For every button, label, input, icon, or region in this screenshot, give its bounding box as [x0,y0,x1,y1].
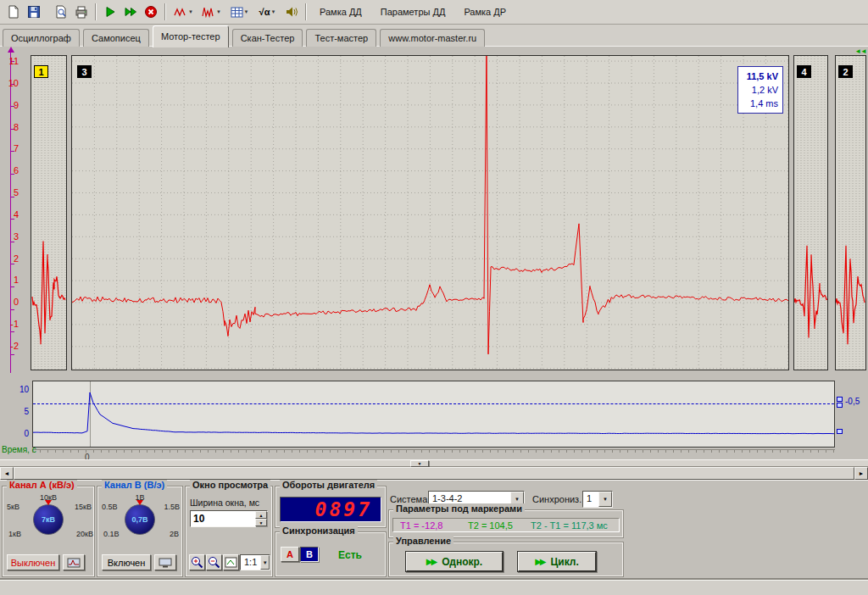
fast-start-button[interactable] [120,3,141,21]
start-button[interactable] [100,3,120,21]
info-burn-ms: 1,4 ms [743,97,778,110]
scrollbar-thumb[interactable] [14,467,854,480]
knob-scale-label: 20кВ [76,530,93,538]
scope-panel-main[interactable]: 3 11,5 kV 1,2 kV 1,4 ms [71,55,789,370]
overview-chart[interactable] [32,381,835,448]
y-axis-arrow-icon [8,47,14,53]
scope-panel-cyl1[interactable]: 1 [31,55,67,370]
spin-up-button[interactable]: ▲ [255,511,267,519]
tab-recorder[interactable]: Самописец [83,29,149,47]
time-axis-label: Время, с [2,445,36,454]
zoom-ratio-combo[interactable]: 1:1 ▼ [240,554,270,570]
tab-oscilloscope[interactable]: Осциллограф [3,29,80,47]
channel-b-range-knob[interactable]: 0,7В [125,504,155,535]
spin-down-button[interactable]: ▼ [255,519,267,526]
waveform-cyl4 [794,56,827,370]
speaker-icon [285,5,298,19]
channel-a-range-knob[interactable]: 7кВ [33,504,64,535]
collapse-icon: ▼ [418,461,422,466]
fit-view-button[interactable] [223,554,239,570]
play-double-icon: ▶▶ [535,557,544,566]
overview-chart-section: 10 5 0 -0,5 Время, с 0 [0,378,868,459]
knob-scale-label: 0.1В [103,530,120,538]
window-width-field-area: ▲ ▼ [190,510,268,527]
y-axis-value: -1 [0,320,20,329]
measurement-info-box: 11,5 kV 1,2 kV 1,4 ms [737,66,783,114]
cycle-run-label: Цикл. [551,556,579,568]
scope-panel-cyl2[interactable]: 2 [835,55,866,370]
overview-y-label: 0 [15,429,29,438]
markers-strip: Т1 = -12,8 Т2 = 104,5 Т2 - Т1 = 117,3 мс [392,518,620,532]
scroll-left-button[interactable]: ◄ [0,467,14,480]
tab-website[interactable]: www.motor-master.ru [380,29,485,47]
markers-group: Параметры под маркерами Т1 = -12,8 Т2 = … [388,509,624,538]
window-width-input[interactable] [191,511,255,526]
sync-select-combo[interactable]: 1 ▼ [582,491,613,508]
run-control-title: Управление [393,536,453,546]
print-button[interactable] [71,3,92,21]
print-preview-button[interactable] [51,3,71,21]
threshold-handle[interactable] [837,403,843,408]
toolbar-separator [95,3,97,20]
table-view-button[interactable]: ▼ [225,3,253,21]
cycle-run-button[interactable]: ▶▶ Цикл. [518,552,596,571]
y-axis-value: 7 [0,144,20,153]
sync-channel-a-button[interactable]: А [281,547,299,562]
chevron-down-icon: ▼ [188,9,193,14]
save-button[interactable] [24,3,44,21]
waveform-multi-mode-button[interactable]: ▼ [198,3,225,21]
print-icon [75,5,88,19]
waveform-main [72,56,788,370]
menu-frame-dr[interactable]: Рамка ДР [454,3,515,20]
channel-b-title: Канал В (В/э) [102,480,167,490]
math-function-button[interactable]: √α ▼ [253,3,281,21]
y-axis-value: 10 [0,79,20,88]
zoom-in-button[interactable] [189,554,205,570]
scroll-right-button[interactable]: ► [854,467,868,480]
stop-button[interactable] [141,3,161,21]
sound-button[interactable] [281,3,302,21]
channel-b-knob-area: 1В 0.5В 1.5В 0.1В 2В 0,7В [97,493,182,542]
collapse-panel-button[interactable]: ▼ [410,460,429,467]
sync-select-value: 1 [583,492,598,507]
tab-test-master[interactable]: Тест-мастер [306,29,376,47]
info-burn-kv: 1,2 kV [743,83,778,97]
new-file-button[interactable] [3,3,24,21]
tab-scan-tester[interactable]: Скан-Тестер [232,29,303,47]
single-run-button[interactable]: ▶▶ Однокр. [406,552,503,571]
menu-params-dd[interactable]: Параметры ДД [371,3,455,20]
tab-motor-tester[interactable]: Мотор-тестер [153,25,229,47]
waveform-cyl1 [31,56,66,370]
dropdown-arrow-icon[interactable]: ▼ [598,492,612,507]
scope-scroll-marker-icon: ◄◄ [854,47,866,55]
knob-scale-label: 1кВ [8,530,21,538]
sqrt-icon: √α [259,7,270,17]
zoom-out-button[interactable] [206,554,222,570]
y-axis-value: 8 [0,123,20,132]
threshold-handle[interactable] [837,397,843,402]
fit-view-icon [225,557,237,568]
toolbar-separator [305,3,307,20]
menu-frame-dd[interactable]: Рамка ДД [310,3,371,20]
y-axis-value: 3 [0,232,20,242]
knob-pointer-icon [136,500,143,505]
channel-b-display-button[interactable] [154,554,176,570]
waveform-mode-button[interactable]: ▼ [170,3,198,21]
channel-a-probe-button[interactable] [63,554,85,570]
waveform-cyl2 [836,56,865,370]
dropdown-arrow-icon[interactable]: ▼ [260,555,270,570]
waveform-multi-icon [202,6,215,18]
sync-channel-b-button[interactable]: В [300,547,319,562]
scope-panel-cyl4[interactable]: 4 [793,55,828,370]
control-panel: Канал А (кВ/э) 10кВ 5кВ 15кВ 1кВ 20кВ 7к… [0,480,868,580]
knob-scale-label: 5кВ [7,503,19,511]
display-settings-icon [159,558,172,568]
toolbar-separator [164,3,166,20]
horizontal-scrollbar[interactable]: ◄ ► [0,467,868,480]
channel-a-state-button[interactable]: Выключен [7,554,59,570]
trace-level-handle[interactable] [837,429,843,434]
marker-t1-value: Т1 = -12,8 [400,520,442,531]
splitter[interactable]: ▼ [0,459,868,467]
info-peak-kv: 11,5 kV [743,70,778,83]
channel-b-state-button[interactable]: Включен [102,554,151,570]
